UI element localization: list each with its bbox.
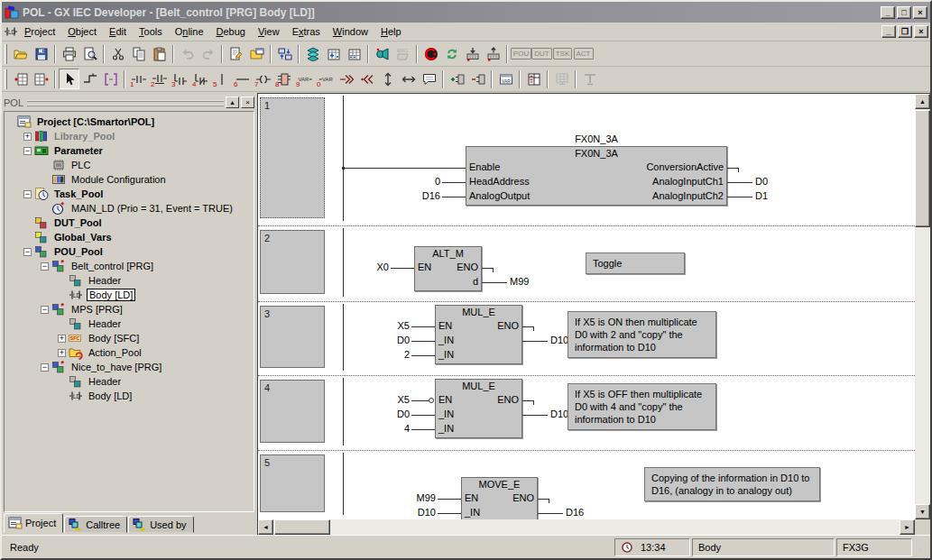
save-project-button[interactable] [31, 43, 51, 64]
variable-list-button[interactable]: VAR [495, 69, 516, 89]
network-number-cell[interactable]: 4 [260, 380, 325, 443]
scroll-down-button[interactable]: ▼ [915, 504, 930, 519]
tree-item-dut-pool[interactable]: DUT_Pool [6, 216, 254, 230]
tree-item-plc[interactable]: PLC [6, 158, 254, 172]
comment-box[interactable]: Toggle [586, 252, 685, 274]
tree-item-body-ld[interactable]: LDBody [LD] [6, 389, 254, 403]
operand-label[interactable]: 0 [377, 176, 440, 187]
collapse-icon[interactable]: − [41, 306, 49, 314]
operand-label[interactable]: D10 [373, 507, 436, 518]
tree-item-header[interactable]: Header [6, 317, 254, 331]
close-button[interactable]: × [913, 6, 927, 19]
collapse-icon[interactable]: − [23, 147, 32, 155]
operand-label[interactable]: X5 [346, 320, 410, 331]
tree-item-nice-to-have-prg[interactable]: −*Nice_to_have [PRG] [6, 360, 254, 374]
comment-button[interactable] [419, 69, 439, 89]
network-template-button[interactable] [323, 43, 344, 64]
project-panel-header[interactable]: POL ▴ × [4, 95, 254, 110]
vertical-scroll-thumb[interactable] [915, 110, 930, 227]
menu-view[interactable]: View [252, 24, 286, 39]
tree-item-mps-prg[interactable]: −*MPS [PRG] [6, 302, 254, 317]
tab-calltree[interactable]: Calltree [64, 516, 127, 533]
child-minimize-button[interactable]: _ [881, 25, 896, 38]
cut-button[interactable] [107, 43, 128, 64]
expand-horizontal-button[interactable] [398, 69, 419, 89]
comment-box[interactable]: Copying of the information in D10 to D16… [644, 467, 820, 501]
new-network-before-button[interactable] [10, 69, 31, 89]
child-close-button[interactable]: × [914, 25, 928, 38]
menu-tools[interactable]: Tools [133, 24, 169, 39]
operand-label[interactable]: 2 [346, 349, 410, 360]
tree-item-pou-pool[interactable]: −POU_Pool [6, 244, 254, 259]
tree-item-action-pool[interactable]: +Action_Pool [6, 345, 254, 360]
network-number-cell[interactable]: 3 [260, 306, 325, 368]
menu-debug[interactable]: Debug [210, 24, 252, 39]
operand-label[interactable]: D10 [550, 409, 568, 419]
collapse-icon[interactable]: − [23, 248, 32, 256]
collapse-icon[interactable]: − [23, 190, 32, 198]
menu-project[interactable]: Project [18, 24, 61, 39]
menu-window[interactable]: Window [327, 24, 374, 39]
toolbar-drag-handle[interactable] [5, 69, 7, 89]
add-fb-input-button[interactable] [447, 69, 467, 89]
tab-used-by[interactable]: Used by [128, 516, 193, 533]
new-network-after-button[interactable] [31, 69, 51, 89]
variable-assign-button[interactable]: VAR=9 [294, 69, 315, 89]
branch-negated-contact-button[interactable]: 4 [190, 69, 211, 89]
parallel-contact-button[interactable]: 2 [149, 69, 170, 89]
monitor-mode-button[interactable] [372, 43, 392, 64]
tree-item-body-sfc[interactable]: +SFCBody [SFC] [6, 331, 254, 345]
paste-button[interactable] [149, 43, 170, 64]
copy-button[interactable] [128, 43, 149, 64]
operand-label[interactable]: D0 [346, 335, 410, 345]
panel-collapse-button[interactable]: ▴ [226, 96, 239, 108]
menu-extras[interactable]: Extras [286, 24, 327, 39]
tab-project[interactable]: Project [4, 513, 63, 533]
menu-object[interactable]: Object [61, 24, 103, 39]
horizontal-line-button[interactable]: 6 [232, 69, 253, 89]
menu-help[interactable]: Help [374, 24, 408, 39]
maximize-button[interactable]: □ [897, 6, 911, 19]
check-pou-button[interactable] [226, 43, 246, 64]
libraries-button[interactable] [302, 43, 323, 64]
rebuild-button[interactable] [441, 43, 462, 64]
mdi-child-icon[interactable]: LD [4, 24, 18, 39]
network-number-cell[interactable]: 1 [260, 97, 325, 218]
menu-online[interactable]: Online [169, 24, 210, 39]
collapse-icon[interactable]: − [41, 363, 49, 372]
title-bar[interactable]: POL - GX IEC Developer - [Belt_control [… [2, 2, 930, 23]
panel-close-button[interactable]: × [241, 96, 254, 108]
print-button[interactable] [59, 43, 79, 64]
operand-label[interactable]: D16 [566, 507, 584, 518]
select-mode-button[interactable] [59, 69, 79, 89]
tree-item-main-ld-prio-31-event-true[interactable]: *MAIN_LD (Prio = 31, Event = TRUE) [6, 201, 254, 216]
tree-item-header[interactable]: Header [6, 273, 254, 288]
transfer-button[interactable] [274, 43, 295, 64]
compile-button[interactable] [420, 43, 441, 64]
interconnect-mode-button[interactable] [79, 69, 100, 89]
vertical-line-button[interactable]: 5 [211, 69, 232, 89]
operand-label[interactable]: D10 [550, 335, 568, 345]
operand-label[interactable]: X0 [326, 262, 389, 272]
expand-icon[interactable]: + [58, 335, 66, 343]
tree-item-library-pool[interactable]: +Library_Pool [6, 129, 254, 143]
upload-button[interactable] [483, 43, 503, 64]
tree-item-belt-control-prg[interactable]: −*Belt_control [PRG] [6, 259, 254, 273]
operand-label[interactable]: D0 [346, 409, 410, 419]
network-list-button[interactable] [344, 43, 364, 64]
download-button[interactable] [462, 43, 483, 64]
contact-button[interactable]: 1 [128, 69, 149, 89]
minimize-button[interactable]: _ [881, 6, 895, 19]
collapse-icon[interactable]: − [41, 262, 49, 271]
branch-contact-button[interactable]: 3 [170, 69, 190, 89]
guided-mode-button[interactable] [100, 69, 121, 89]
resize-grip[interactable] [914, 538, 928, 556]
tree-item-module-configuration[interactable]: Module Configuration [6, 172, 254, 187]
remove-fb-input-button[interactable] [467, 69, 488, 89]
operand-label[interactable]: D1 [755, 190, 768, 201]
tree-item-global-vars[interactable]: Global_Vars [6, 230, 254, 244]
horizontal-scrollbar[interactable]: ◄ ► [258, 519, 915, 535]
return-button[interactable] [356, 69, 377, 89]
jump-button[interactable] [336, 69, 356, 89]
function-block-button[interactable]: 8 [273, 69, 294, 89]
